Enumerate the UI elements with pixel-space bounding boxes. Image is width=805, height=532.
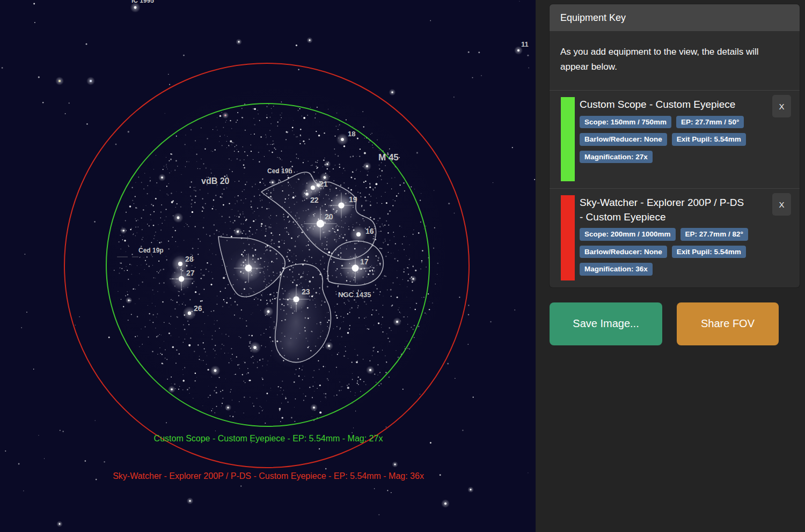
remove-equipment-button[interactable]: X: [772, 193, 791, 216]
equipment-title: Sky-Watcher - Explorer 200P / P-DS - Cus…: [580, 196, 769, 224]
share-fov-button[interactable]: Share FOV: [677, 302, 779, 345]
bright-star: [467, 486, 474, 493]
save-image-button[interactable]: Save Image...: [550, 302, 662, 345]
remove-equipment-button[interactable]: X: [772, 95, 791, 117]
equipment-badge: EP: 27.7mm / 82°: [680, 228, 748, 241]
bright-star: [120, 227, 127, 234]
sky-label: Ced 19p: [138, 247, 164, 254]
fov-caption-red: Sky-Watcher - Explorer 200P / P-DS - Cus…: [113, 471, 424, 481]
equipment-badge: Scope: 150mm / 750mm: [580, 116, 671, 129]
bright-star: [410, 276, 417, 283]
bright-star: [306, 37, 313, 43]
sky-label: NGC 1435: [338, 291, 371, 299]
equipment-list: Custom Scope - Custom Eyepiece Scope: 15…: [550, 91, 800, 287]
bright-star: [366, 366, 375, 374]
equipment-badges: Scope: 200mm / 1000mmEP: 27.7mm / 82°Bar…: [580, 228, 769, 280]
bright-star: [210, 365, 220, 375]
bright-star: [233, 227, 242, 236]
sky-label: 20: [325, 212, 333, 221]
bright-star: [236, 39, 242, 45]
panel-intro: As you add equipment to the view, the de…: [550, 31, 800, 91]
sky-label: 16: [365, 227, 374, 235]
sky-label: 23: [302, 287, 310, 296]
action-buttons: Save Image... Share FOV: [550, 302, 800, 345]
equipment-title: Custom Scope - Custom Eyepiece: [580, 98, 769, 112]
bright-star: [393, 317, 401, 326]
star-map-canvas: IC 19951118M 45vdB 20Ced 19h2122192016Ce…: [0, 0, 536, 532]
equipment-color-bar: [561, 97, 575, 181]
bright-star: [86, 77, 95, 85]
equipment-badge: Exit Pupil: 5.54mm: [672, 133, 746, 146]
equipment-key-panel: Equipment Key As you add equipment to th…: [550, 4, 800, 287]
fov-caption-green: Custom Scope - Custom Eyepiece - EP: 5.5…: [154, 434, 383, 443]
equipment-badge: Magnification: 36x: [580, 263, 653, 276]
bright-star: [363, 162, 371, 171]
bright-star: [55, 77, 64, 85]
sky-label: 18: [348, 130, 355, 138]
bright-star: [168, 386, 175, 393]
sky-label: 17: [360, 257, 369, 266]
sky-label: 19: [349, 195, 357, 204]
sky-label: 22: [310, 196, 319, 204]
fov-calculator-app: IC 19951118M 45vdB 20Ced 19h2122192016Ce…: [0, 0, 805, 532]
sky-label: 11: [521, 40, 529, 48]
equipment-card: Sky-Watcher - Explorer 200P / P-DS - Cus…: [550, 189, 800, 287]
equipment-badges: Scope: 150mm / 750mmEP: 27.7mm / 50°Barl…: [580, 116, 769, 168]
bright-star: [263, 306, 273, 316]
equipment-badge: Barlow/Reducer: None: [580, 133, 667, 146]
panel-title: Equipment Key: [550, 4, 800, 31]
sidebar: Equipment Key As you add equipment to th…: [536, 0, 805, 532]
equipment-card-content: Custom Scope - Custom Eyepiece Scope: 15…: [580, 97, 769, 168]
bright-star: [324, 161, 331, 168]
equipment-badge: Magnification: 27x: [580, 151, 653, 164]
bright-star: [441, 499, 450, 508]
sky-label: Ced 19h: [267, 167, 292, 175]
bright-star: [392, 461, 398, 468]
sky-label: M 45: [378, 152, 399, 162]
sky-label: 21: [319, 180, 328, 188]
sky-label: 26: [194, 304, 202, 313]
bright-star: [336, 134, 348, 145]
equipment-badge: Scope: 200mm / 1000mm: [580, 228, 676, 241]
equipment-badge: Barlow/Reducer: None: [580, 246, 667, 258]
equipment-badge: EP: 27.7mm / 50°: [676, 116, 744, 129]
equipment-color-bar: [561, 195, 575, 280]
sky-label: 28: [185, 255, 194, 263]
sky-label: vdB 20: [201, 176, 230, 186]
sky-label: IC 1995: [131, 0, 154, 4]
sky-label: 27: [186, 269, 195, 277]
equipment-card-content: Sky-Watcher - Explorer 200P / P-DS - Cus…: [580, 195, 769, 280]
bright-star: [56, 521, 63, 527]
bright-star: [158, 174, 166, 181]
equipment-card: Custom Scope - Custom Eyepiece Scope: 15…: [550, 91, 800, 189]
bright-star: [325, 342, 333, 350]
bright-star: [225, 404, 232, 411]
bright-star: [310, 404, 318, 411]
bright-star: [249, 342, 261, 353]
bright-star: [173, 212, 183, 223]
bright-star: [222, 112, 229, 119]
bright-star: [126, 297, 133, 304]
fov-star-map: IC 19951118M 45vdB 20Ced 19h2122192016Ce…: [0, 0, 536, 532]
bright-star: [187, 498, 194, 505]
equipment-badge: Exit Pupil: 5.54mm: [672, 246, 746, 258]
bright-star: [389, 89, 396, 96]
